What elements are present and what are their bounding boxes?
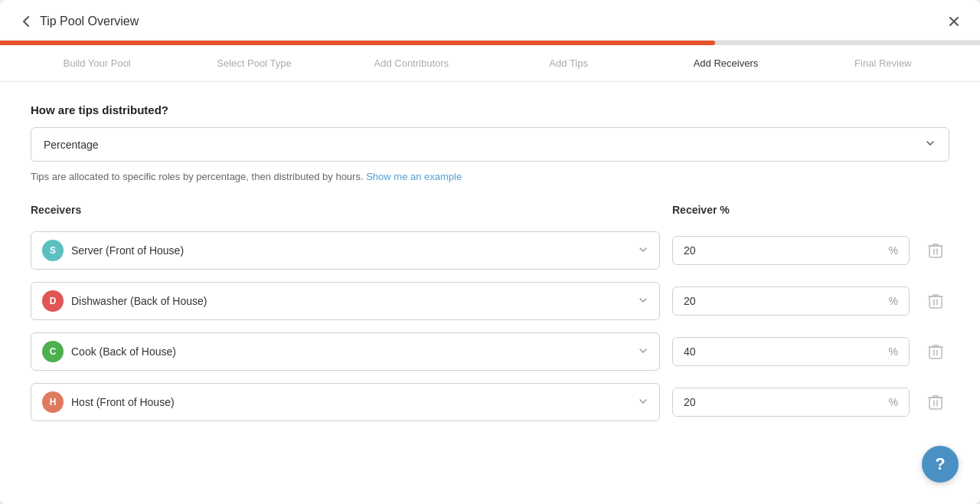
- delete-button-cook[interactable]: [922, 338, 949, 365]
- steps-nav: Build Your Pool Select Pool Type Add Con…: [0, 45, 980, 82]
- receiver-label-host: Host (Front of House): [71, 396, 630, 408]
- percent-value-cook: 40: [684, 345, 889, 358]
- step-select-pool-type[interactable]: Select Pool Type: [175, 45, 332, 81]
- percent-sign-dishwasher: %: [889, 295, 898, 307]
- distribution-question: How are tips distributed?: [31, 103, 949, 116]
- receiver-row-host: H Host (Front of House) 20 %: [31, 383, 949, 421]
- content-area: How are tips distributed? Percentage Tip…: [0, 82, 980, 443]
- receiver-chevron-cook: [638, 345, 648, 358]
- receiver-chevron-server: [638, 244, 648, 257]
- receiver-label-cook: Cook (Back of House): [71, 345, 630, 358]
- receiver-row-cook: C Cook (Back of House) 40 %: [31, 332, 949, 371]
- svg-rect-3: [929, 398, 942, 409]
- distribution-dropdown[interactable]: Percentage: [31, 127, 949, 162]
- percent-sign-cook: %: [889, 345, 898, 358]
- close-button[interactable]: [946, 14, 962, 29]
- receiver-chevron-dishwasher: [638, 295, 648, 308]
- percent-field-cook[interactable]: 40 %: [672, 337, 910, 366]
- dropdown-chevron-icon: [924, 137, 936, 152]
- avatar-host: H: [42, 391, 64, 413]
- percent-value-host: 20: [684, 396, 889, 408]
- receivers-section: Receivers Receiver % S Server (Front of …: [31, 204, 949, 421]
- step-add-contributors[interactable]: Add Contributors: [333, 45, 490, 81]
- show-example-link[interactable]: Show me an example: [366, 171, 462, 182]
- receivers-header: Receivers Receiver %: [31, 204, 949, 216]
- hint-text: Tips are allocated to specific roles by …: [31, 171, 949, 182]
- avatar-dishwasher: D: [42, 290, 64, 312]
- svg-rect-2: [929, 347, 942, 358]
- receiver-row-server: S Server (Front of House) 20 %: [31, 231, 949, 270]
- receiver-label-dishwasher: Dishwasher (Back of House): [71, 295, 630, 307]
- receiver-dropdown-server[interactable]: S Server (Front of House): [31, 231, 660, 270]
- col-label-percent: Receiver %: [672, 204, 910, 216]
- percent-sign-host: %: [889, 396, 898, 408]
- percent-value-server: 20: [684, 244, 889, 257]
- step-add-receivers[interactable]: Add Receivers: [647, 45, 804, 81]
- distribution-selected-option: Percentage: [44, 139, 99, 151]
- percent-value-dishwasher: 20: [684, 295, 889, 307]
- percent-field-host[interactable]: 20 %: [672, 388, 910, 417]
- header-left: Tip Pool Overview: [18, 14, 139, 29]
- modal-container: Tip Pool Overview Build Your Pool Select…: [0, 0, 980, 504]
- receiver-row-dishwasher: D Dishwasher (Back of House) 20 %: [31, 282, 949, 320]
- modal-header: Tip Pool Overview: [0, 0, 980, 41]
- svg-rect-1: [929, 296, 942, 308]
- delete-button-server[interactable]: [922, 237, 949, 264]
- avatar-cook: C: [42, 341, 64, 362]
- col-label-receivers: Receivers: [31, 204, 660, 216]
- step-add-tips[interactable]: Add Tips: [490, 45, 647, 81]
- receiver-chevron-host: [638, 396, 648, 409]
- receiver-dropdown-dishwasher[interactable]: D Dishwasher (Back of House): [31, 282, 660, 320]
- receiver-dropdown-cook[interactable]: C Cook (Back of House): [31, 332, 660, 371]
- receiver-dropdown-host[interactable]: H Host (Front of House): [31, 383, 660, 421]
- svg-rect-0: [929, 246, 942, 257]
- delete-button-host[interactable]: [922, 388, 949, 416]
- help-button[interactable]: ?: [922, 446, 959, 483]
- avatar-server: S: [42, 240, 64, 261]
- percent-sign-server: %: [889, 244, 898, 257]
- back-button[interactable]: [18, 14, 34, 29]
- percent-field-dishwasher[interactable]: 20 %: [672, 286, 910, 316]
- delete-button-dishwasher[interactable]: [922, 287, 949, 315]
- step-final-review[interactable]: Final Review: [805, 45, 962, 81]
- percent-field-server[interactable]: 20 %: [672, 236, 910, 265]
- modal-title: Tip Pool Overview: [40, 15, 139, 28]
- step-build-your-pool[interactable]: Build Your Pool: [18, 45, 175, 81]
- receiver-label-server: Server (Front of House): [71, 244, 630, 257]
